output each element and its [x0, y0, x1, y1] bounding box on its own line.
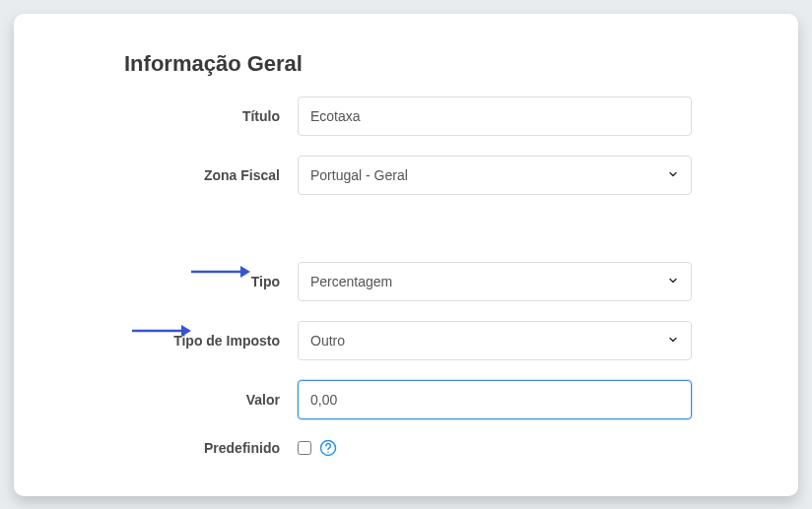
control-wrap-zona-fiscal: Portugal - Geral [298, 156, 692, 195]
label-zona-fiscal: Zona Fiscal [73, 167, 298, 183]
help-icon[interactable] [319, 439, 337, 457]
label-tipo: Tipo [73, 274, 298, 289]
field-row-predefinido: Predefinido [73, 439, 739, 457]
section-title: Informação Geral [124, 51, 739, 77]
control-wrap-valor [298, 380, 692, 419]
control-wrap-titulo [298, 96, 692, 136]
control-wrap-tipo: Percentagem [298, 262, 692, 301]
field-row-valor: Valor [73, 380, 739, 419]
valor-input[interactable] [298, 380, 692, 419]
tipo-select[interactable]: Percentagem [298, 262, 692, 301]
field-row-tipo: Tipo Percentagem [73, 262, 739, 301]
chevron-down-icon [667, 167, 679, 183]
titulo-input[interactable] [298, 96, 692, 136]
chevron-down-icon [667, 274, 679, 289]
label-predefinido: Predefinido [73, 440, 298, 456]
predefinido-checkbox[interactable] [298, 441, 311, 455]
tipo-imposto-selected: Outro [310, 333, 345, 349]
zona-fiscal-select[interactable]: Portugal - Geral [298, 156, 692, 195]
label-valor: Valor [73, 392, 298, 408]
tipo-imposto-select[interactable]: Outro [298, 321, 692, 360]
label-titulo: Título [73, 108, 298, 124]
tipo-selected: Percentagem [310, 274, 392, 289]
field-row-zona-fiscal: Zona Fiscal Portugal - Geral [73, 156, 739, 195]
control-wrap-predefinido [298, 439, 692, 457]
label-tipo-imposto: Tipo de Imposto [73, 333, 298, 349]
zona-fiscal-selected: Portugal - Geral [310, 167, 408, 183]
control-wrap-tipo-imposto: Outro [298, 321, 692, 360]
general-info-card: Informação Geral Título Zona Fiscal Port… [14, 14, 798, 496]
field-row-titulo: Título [73, 96, 739, 136]
chevron-down-icon [667, 333, 679, 349]
field-row-tipo-imposto: Tipo de Imposto Outro [73, 321, 739, 360]
